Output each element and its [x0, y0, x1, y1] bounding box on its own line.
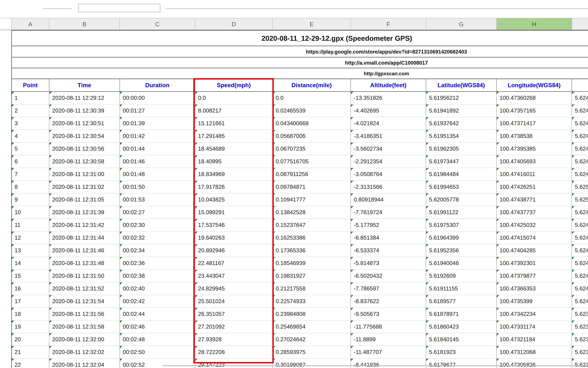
- cell[interactable]: 18.834969: [195, 168, 273, 181]
- cell[interactable]: 17.291485: [195, 130, 273, 143]
- cell[interactable]: 5: [12, 143, 49, 155]
- cell[interactable]: 0.0: [195, 92, 273, 104]
- cell[interactable]: 00:02:46: [120, 321, 195, 333]
- cell[interactable]: 15.121661: [195, 117, 273, 130]
- cell[interactable]: 100.47342234: [497, 308, 572, 321]
- column-header-i[interactable]: I: [572, 18, 588, 30]
- cell[interactable]: 0.0: [273, 92, 351, 104]
- cell[interactable]: -3.0508764: [351, 168, 426, 181]
- link-row-gpxscan[interactable]: http://gpxscan.com: [12, 68, 588, 79]
- cell[interactable]: -11.8899: [351, 333, 426, 346]
- cell[interactable]: 5.6246059695937864: [572, 244, 588, 257]
- cell[interactable]: 0.077516705: [273, 155, 351, 168]
- cell[interactable]: 5.62420086473552: [572, 282, 588, 295]
- cell[interactable]: 5.6192609: [426, 270, 497, 282]
- cell[interactable]: 9: [12, 193, 49, 206]
- cell[interactable]: 5.61937642: [426, 117, 497, 130]
- cell[interactable]: 5.624464778487532: [572, 117, 588, 130]
- cell[interactable]: 0.23984808: [273, 308, 351, 321]
- cell[interactable]: 100.47416011: [497, 168, 572, 181]
- column-header-b[interactable]: B: [49, 18, 120, 30]
- field-header-point[interactable]: Point: [12, 79, 49, 91]
- cell[interactable]: 2020-08-11 12:30:39: [49, 104, 120, 117]
- cell[interactable]: 5.61984484: [426, 168, 497, 181]
- cell[interactable]: 100.47426251: [497, 181, 572, 193]
- cell[interactable]: 5.6248317134412735: [572, 219, 588, 232]
- cell[interactable]: -11.487707: [351, 346, 426, 359]
- cell[interactable]: 5.623291591358659: [572, 346, 588, 359]
- link-row-vmall[interactable]: http://a.vmall.com/app/C10008017: [12, 57, 588, 68]
- cell[interactable]: 14: [12, 257, 49, 270]
- field-header-speed[interactable]: Speed(mph): [195, 79, 273, 91]
- cell[interactable]: 0.05687006: [273, 130, 351, 143]
- cell[interactable]: 0.13842528: [273, 206, 351, 219]
- cell[interactable]: 2020-08-11 12:30:58: [49, 155, 120, 168]
- cell[interactable]: 0.02465539: [273, 104, 351, 117]
- cell[interactable]: 00:02:38: [120, 270, 195, 282]
- field-header-latitude-wgs84[interactable]: Latitude(WGS84): [426, 79, 497, 91]
- cell[interactable]: 1: [12, 92, 49, 104]
- cell[interactable]: 00:02:34: [120, 244, 195, 257]
- cell[interactable]: -3.5602734: [351, 143, 426, 155]
- cell[interactable]: 100.47312068: [497, 346, 572, 359]
- cell[interactable]: 0.09784871: [273, 181, 351, 193]
- cell[interactable]: 100.47360268: [497, 92, 572, 104]
- cell[interactable]: 0.17365336: [273, 244, 351, 257]
- cell[interactable]: 100.47425032: [497, 219, 572, 232]
- cell[interactable]: 100.47305826: [497, 359, 572, 368]
- cell[interactable]: 5.61840145: [426, 333, 497, 346]
- cell[interactable]: 0.19831927: [273, 270, 351, 282]
- cell[interactable]: 0.16253386: [273, 232, 351, 244]
- cell[interactable]: -3.4186351: [351, 130, 426, 143]
- cell[interactable]: 00:02:40: [120, 282, 195, 295]
- cell[interactable]: 22: [12, 359, 49, 368]
- cell[interactable]: 5.61860423: [426, 321, 497, 333]
- cell[interactable]: -13.351826: [351, 92, 426, 104]
- cell[interactable]: 18.454689: [195, 143, 273, 155]
- cell[interactable]: 10.043825: [195, 193, 273, 206]
- cell[interactable]: 5.62388343778577: [572, 308, 588, 321]
- column-header-e[interactable]: E: [273, 18, 351, 30]
- cell[interactable]: 00:02:48: [120, 333, 195, 346]
- cell[interactable]: 00:01:44: [120, 143, 195, 155]
- field-header-time[interactable]: Time: [49, 79, 120, 91]
- cell[interactable]: 00:02:30: [120, 219, 195, 232]
- cell[interactable]: 5.624049273824954: [572, 295, 588, 308]
- column-header-f[interactable]: F: [351, 18, 426, 30]
- cell[interactable]: 6: [12, 155, 49, 168]
- cell[interactable]: 17.537546: [195, 219, 273, 232]
- cell[interactable]: 2020-08-11 12:31:52: [49, 282, 120, 295]
- column-header-d[interactable]: D: [195, 18, 273, 30]
- cell[interactable]: 5.62472443989153: [572, 232, 588, 244]
- cell[interactable]: 5.623068160404831: [572, 359, 588, 368]
- cell[interactable]: 5.61962305: [426, 143, 497, 155]
- cell[interactable]: 25.501024: [195, 295, 273, 308]
- field-header-altitude[interactable]: Altitude(feet): [351, 79, 426, 91]
- cell[interactable]: 3: [12, 117, 49, 130]
- cell[interactable]: 2020-08-11 12:31:58: [49, 321, 120, 333]
- cell[interactable]: -7.7619724: [351, 206, 426, 219]
- cell[interactable]: 20.892946: [195, 244, 273, 257]
- column-header-h[interactable]: H: [497, 18, 572, 30]
- cell[interactable]: 17: [12, 295, 49, 308]
- cell[interactable]: 00:01:39: [120, 117, 195, 130]
- cell[interactable]: 12: [12, 232, 49, 244]
- cell[interactable]: 5.624707046719296: [572, 143, 588, 155]
- cell[interactable]: 5.61964399: [426, 232, 497, 244]
- cell[interactable]: 5.624652463795056: [572, 92, 588, 104]
- cell[interactable]: 5.61941892: [426, 104, 497, 117]
- cell[interactable]: 5.623699990611812: [572, 321, 588, 333]
- cell[interactable]: 5.624509847222584: [572, 104, 588, 117]
- cell[interactable]: 100.4735399: [497, 295, 572, 308]
- cell[interactable]: -2.2912354: [351, 155, 426, 168]
- column-header-g[interactable]: G: [426, 18, 497, 30]
- cell[interactable]: 4: [12, 130, 49, 143]
- cell[interactable]: -6.5020432: [351, 270, 426, 282]
- cell[interactable]: 5.61973447: [426, 155, 497, 168]
- cell[interactable]: 00:01:46: [120, 155, 195, 168]
- cell[interactable]: 2020-08-11 12:31:50: [49, 270, 120, 282]
- cell[interactable]: 0.30199087: [273, 359, 351, 368]
- cell[interactable]: 100.47392301: [497, 257, 572, 270]
- cell[interactable]: -4.402695: [351, 104, 426, 117]
- cell[interactable]: 00:02:44: [120, 308, 195, 321]
